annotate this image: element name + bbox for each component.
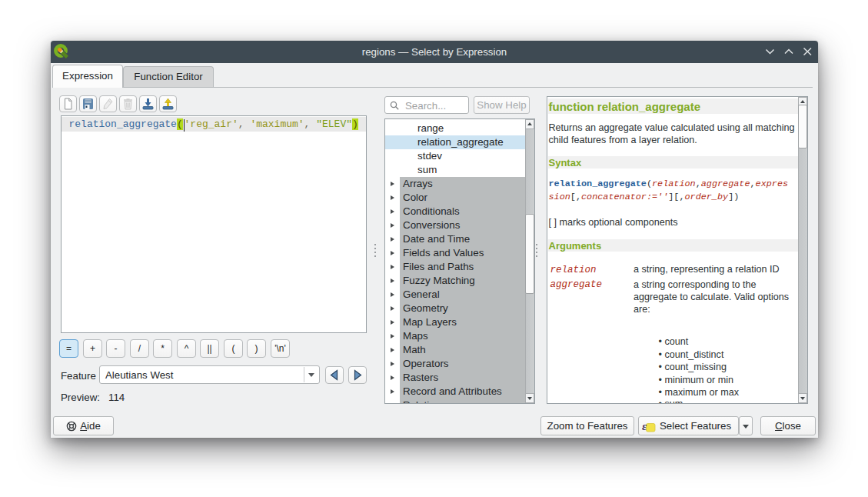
svg-text:ε: ε (642, 420, 647, 432)
